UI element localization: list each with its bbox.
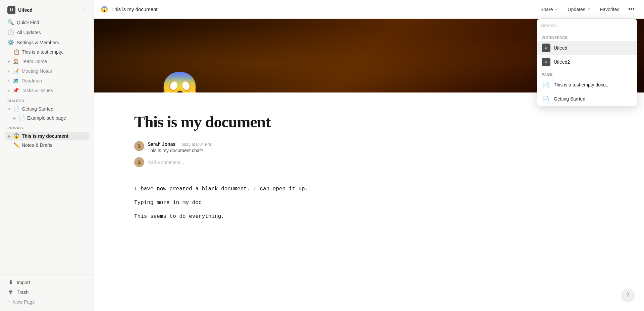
workspace-chevron-icon: ⌃ bbox=[83, 8, 86, 12]
updates-checkmark-icon: ✓ bbox=[587, 7, 591, 12]
share-button[interactable]: Share ✓ bbox=[537, 5, 561, 14]
dropdown-search-wrap bbox=[537, 19, 637, 32]
quick-find-icon: 🔍 bbox=[7, 19, 14, 25]
topbar-actions: Share ✓ Updates ✓ Favorited ••• bbox=[537, 4, 637, 14]
updates-label: Updates bbox=[568, 7, 585, 12]
sidebar-item-getting-started[interactable]: ▼ 📄 Getting Started bbox=[5, 105, 89, 113]
doc-icon-getting-started: 📄 bbox=[542, 95, 550, 103]
example-sub-icon: 📄 bbox=[19, 115, 25, 121]
trash-label: Trash bbox=[17, 290, 29, 295]
workspace-item-label-uifeed2: Uifeed2 bbox=[554, 59, 570, 65]
roadmap-icon: 🗺️ bbox=[13, 78, 19, 84]
import-icon: ⬇ bbox=[7, 279, 14, 286]
dropdown-workspace-item-uifeed2[interactable]: U Uifeed2 bbox=[537, 55, 637, 69]
sidebar-item-example-sub[interactable]: ▶ 📄 Example sub page bbox=[5, 114, 89, 122]
add-icon-meeting: + bbox=[7, 69, 10, 74]
sidebar-add-tasks[interactable]: + 📌 Tasks & Issues bbox=[5, 86, 89, 95]
topbar: 😱 This is my document Share ✓ Updates ✓ … bbox=[94, 0, 644, 19]
settings-label: Settings & Members bbox=[17, 40, 59, 45]
add-icon-roadmap: + bbox=[7, 78, 10, 83]
chevron-my-document: ▶ bbox=[7, 134, 11, 138]
dropdown-search-input[interactable] bbox=[541, 23, 633, 28]
topbar-emoji: 😱 bbox=[101, 6, 108, 13]
tasks-label: Tasks & Issues bbox=[22, 88, 53, 93]
workspace-name: Uifeed bbox=[18, 7, 80, 13]
comment-time: Today at 6:04 PM bbox=[180, 142, 211, 147]
doc-text-line1[interactable]: I have now created a blank document. I c… bbox=[134, 184, 356, 194]
more-options-button[interactable]: ••• bbox=[626, 4, 637, 14]
comment-input-avatar: S bbox=[134, 157, 144, 167]
getting-started-icon: 📄 bbox=[13, 106, 20, 112]
chevron-example-sub: ▶ bbox=[13, 116, 17, 120]
doc-emoji-large: 😱 bbox=[161, 72, 199, 92]
sidebar-add-roadmap[interactable]: + 🗺️ Roadmap bbox=[5, 76, 89, 85]
dropdown-workspace-item-uifeed[interactable]: U Uifeed bbox=[537, 41, 637, 55]
doc-text-line2[interactable]: Typing more in my doc bbox=[134, 198, 356, 208]
section-shared: SHARED bbox=[5, 96, 89, 104]
favorited-label: Favorited bbox=[600, 7, 620, 12]
my-document-label: This is my document bbox=[22, 133, 68, 139]
dropdown-section-workspace: Workspace bbox=[537, 32, 637, 41]
sidebar-item-quick-find[interactable]: 🔍 Quick Find bbox=[5, 17, 89, 27]
all-updates-icon: 🕐 bbox=[7, 29, 14, 36]
add-icon: + bbox=[7, 59, 10, 64]
workspace-item-label-uifeed: Uifeed bbox=[554, 45, 567, 51]
dropdown-panel: Workspace U Uifeed U Uifeed2 Page 📄 This… bbox=[537, 19, 637, 106]
doc-comments: S Sarah Jonas Today at 6:04 PM This is m… bbox=[134, 141, 356, 174]
workspace-header[interactable]: U Uifeed ⌃ bbox=[5, 4, 89, 16]
roadmap-label: Roadmap bbox=[22, 78, 42, 83]
topbar-doc-title: This is my document bbox=[111, 6, 158, 12]
comment-input-row[interactable]: S Add a comment... bbox=[134, 157, 356, 167]
comment-avatar: S bbox=[134, 141, 144, 151]
sidebar-item-trash[interactable]: 🗑 Trash bbox=[5, 288, 89, 297]
doc-text-line3[interactable]: This seems to do everything. bbox=[134, 212, 356, 222]
meeting-notes-label: Meeting Notes bbox=[22, 68, 52, 74]
page-item-label-getting-started: Getting Started bbox=[554, 96, 585, 102]
example-sub-label: Example sub page bbox=[27, 115, 66, 121]
sidebar-add-new-page[interactable]: + New Page bbox=[5, 297, 89, 307]
my-document-icon: 😱 bbox=[13, 133, 20, 139]
test-empty-label: This is a test empty... bbox=[22, 49, 66, 55]
sidebar-item-test-empty[interactable]: 📋 This is a test empty... bbox=[5, 48, 89, 56]
updates-button[interactable]: Updates ✓ bbox=[565, 5, 594, 14]
comment-text: This is my document chat? bbox=[148, 148, 356, 153]
comment-body: Sarah Jonas Today at 6:04 PM This is my … bbox=[148, 141, 356, 153]
help-button[interactable]: ? bbox=[622, 289, 634, 301]
dropdown-page-item-test-empty[interactable]: 📄 This is a test empty docu... bbox=[537, 78, 637, 92]
add-icon-tasks: + bbox=[7, 88, 10, 93]
workspace-item-icon-uifeed2: U bbox=[542, 58, 550, 66]
topbar-title-area: 😱 This is my document bbox=[101, 6, 537, 13]
share-checkmark-icon: ✓ bbox=[555, 7, 558, 12]
doc-body: This is my document S Sarah Jonas Today … bbox=[94, 92, 396, 245]
sidebar-top: U Uifeed ⌃ 🔍 Quick Find 🕐 All Updates ⚙️… bbox=[0, 0, 94, 152]
notes-drafts-label: Notes & Drafts bbox=[22, 142, 52, 148]
sidebar-item-import[interactable]: ⬇ Import bbox=[5, 277, 89, 287]
quick-find-label: Quick Find bbox=[17, 20, 39, 25]
doc-title: This is my document bbox=[134, 113, 356, 131]
sidebar-add-meeting-notes[interactable]: + 📝 Meeting Notes bbox=[5, 66, 89, 76]
notes-drafts-icon: ✏️ bbox=[13, 142, 20, 148]
sidebar-item-my-document[interactable]: ▶ 😱 This is my document bbox=[5, 132, 89, 140]
workspace-icon: U bbox=[7, 6, 15, 14]
trash-icon: 🗑 bbox=[7, 289, 14, 295]
sidebar-item-notes-drafts[interactable]: ✏️ Notes & Drafts bbox=[5, 141, 89, 149]
sidebar: U Uifeed ⌃ 🔍 Quick Find 🕐 All Updates ⚙️… bbox=[0, 0, 94, 311]
settings-icon: ⚙️ bbox=[7, 39, 14, 46]
share-label: Share bbox=[540, 7, 553, 12]
page-item-label-test-empty: This is a test empty docu... bbox=[554, 82, 610, 87]
sidebar-bottom: ⬇ Import 🗑 Trash + New Page bbox=[0, 274, 94, 311]
import-label: Import bbox=[17, 280, 30, 285]
getting-started-label: Getting Started bbox=[22, 106, 53, 112]
dropdown-section-page: Page bbox=[537, 69, 637, 78]
doc-icon-test-empty: 📄 bbox=[542, 80, 550, 89]
sidebar-item-all-updates[interactable]: 🕐 All Updates bbox=[5, 27, 89, 37]
test-empty-icon: 📋 bbox=[13, 49, 20, 55]
tasks-icon: 📌 bbox=[13, 87, 19, 94]
dropdown-page-item-getting-started[interactable]: 📄 Getting Started bbox=[537, 92, 637, 106]
favorited-button[interactable]: Favorited bbox=[597, 5, 623, 14]
comment-author: Sarah Jonas bbox=[148, 141, 175, 147]
workspace-item-icon-uifeed: U bbox=[542, 44, 550, 52]
section-private: PRIVATE bbox=[5, 123, 89, 131]
sidebar-add-team-home[interactable]: + 🏠 Team Home bbox=[5, 57, 89, 66]
sidebar-item-settings[interactable]: ⚙️ Settings & Members bbox=[5, 38, 89, 47]
